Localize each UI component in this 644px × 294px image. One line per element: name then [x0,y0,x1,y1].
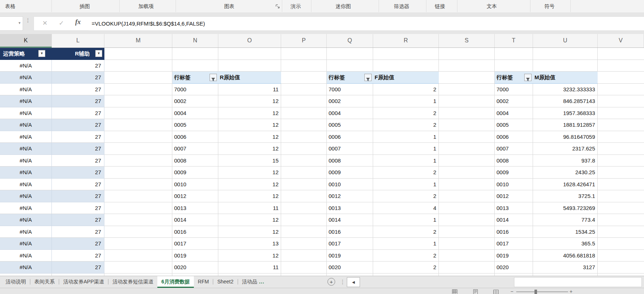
tab-overflow-icon[interactable]: ⋮ [340,279,345,285]
pivot-value-cell[interactable]: 15 [218,155,281,167]
pivot-row-label-cell[interactable]: 0010 [495,179,533,191]
page-break-view-icon[interactable] [493,289,499,294]
pivot-row-label-cell[interactable]: 0013 [172,202,218,214]
kl-helper-cell[interactable]: 27 [52,131,104,143]
pivot-row-label-cell[interactable]: 0007 [172,143,218,155]
pivot-value-cell[interactable]: 1 [373,143,439,155]
kl-error-cell[interactable]: #N/A [0,131,52,143]
pivot-row-label-cell[interactable]: 7000 [495,84,533,96]
pivot-row-label-cell[interactable]: 0005 [172,119,218,131]
pivot-value-cell[interactable]: 4 [373,202,439,214]
kl-helper-cell[interactable]: 27 [52,261,104,274]
pivot-row-label-cell[interactable]: 0009 [172,167,218,179]
kl-helper-cell[interactable]: 27 [52,155,104,167]
pivot-row-label-cell[interactable]: 0012 [327,190,373,202]
pivot-value-cell[interactable]: 12 [218,214,281,226]
dialog-launcher-icon[interactable] [276,4,280,9]
pivot-value-cell[interactable]: 11 [218,202,281,214]
kl-helper-cell[interactable]: 27 [52,60,104,72]
pivot-row-label-cell[interactable]: 0014 [172,214,218,226]
pivot-value-cell[interactable]: 2 [373,250,439,262]
pivot-row-label-cell[interactable]: 0020 [327,261,373,274]
pivot-row-label-cell[interactable]: 0004 [172,107,218,119]
sheet-grid[interactable]: 运营策略▼R辅助▼#N/A27#N/A27#N/A27#N/A27#N/A27#… [0,48,644,276]
tab-scroll-left-button[interactable]: ◀ [347,277,360,287]
kl-header-strategy-cell[interactable]: 运营策略▼ [0,48,52,60]
zoom-out-button[interactable]: − [510,289,513,294]
column-header-S[interactable]: S [439,34,495,47]
pivot-value-cell[interactable]: 11 [218,84,281,96]
pivot-value-cell[interactable]: 12 [218,190,281,202]
pivot-row-label-cell[interactable]: 0014 [495,214,533,226]
column-header-V[interactable]: V [598,34,644,47]
kl-helper-cell[interactable]: 27 [52,119,104,131]
column-header-T[interactable]: T [495,34,533,47]
pivot-value-cell[interactable]: 1 [373,131,439,143]
pivot-value-cell[interactable]: 1881.912857 [533,119,598,131]
kl-error-cell[interactable]: #N/A [0,143,52,155]
column-header-L[interactable]: L [52,34,104,47]
kl-helper-cell[interactable]: 27 [52,84,104,96]
kl-error-cell[interactable]: #N/A [0,238,52,250]
pivot-value-cell[interactable]: 3232.333333 [533,84,598,96]
pivot-row-label-cell[interactable]: 0016 [327,226,373,238]
pivot-row-label-cell[interactable]: 0017 [172,238,218,250]
pivot-row-label-cell[interactable]: 0008 [172,155,218,167]
pivot-row-label-cell[interactable]: 0013 [495,202,533,214]
column-header-U[interactable]: U [533,34,598,47]
kl-helper-cell[interactable]: 27 [52,143,104,155]
kl-error-cell[interactable]: #N/A [0,155,52,167]
pivot-row-label-cell[interactable]: 0020 [172,261,218,274]
pivot-value-cell[interactable]: 1 [373,179,439,191]
pivot-row-label-cell[interactable]: 0017 [495,238,533,250]
kl-error-cell[interactable]: #N/A [0,179,52,191]
new-sheet-button[interactable]: + [327,278,335,286]
pivot-value-cell[interactable]: 1 [373,95,439,107]
kl-helper-cell[interactable]: 27 [52,238,104,250]
zoom-slider-thumb[interactable] [534,290,537,294]
pivot-row-label[interactable]: 行标签 [329,72,345,83]
sheet-tab[interactable]: RFM [194,276,213,288]
filter-funnel-icon[interactable] [364,74,372,81]
pivot-value-cell[interactable]: 1 [373,155,439,167]
kl-helper-cell[interactable]: 27 [52,179,104,191]
kl-error-cell[interactable]: #N/A [0,60,52,72]
pivot-row-label-cell[interactable]: 0010 [172,179,218,191]
pivot-value-cell[interactable]: 1957.368333 [533,107,598,119]
horizontal-scrollbar[interactable] [514,277,642,287]
kl-error-cell[interactable]: #N/A [0,95,52,107]
column-header-M[interactable]: M [104,34,172,47]
pivot-value-cell[interactable]: 4056.681818 [533,250,598,262]
kl-error-cell[interactable]: #N/A [0,72,52,84]
filter-funnel-icon[interactable] [524,74,532,81]
pivot-value-cell[interactable]: 12 [218,143,281,155]
pivot-value-cell[interactable]: 2317.625 [533,143,598,155]
pivot-row-label-cell[interactable]: 0016 [172,226,218,238]
pivot-value-label[interactable]: R原始值 [220,72,240,83]
pivot-value-cell[interactable]: 2 [373,226,439,238]
ribbon-group-label[interactable]: 文本 [487,3,497,10]
pivot-value-cell[interactable]: 773.4 [533,214,598,226]
filter-funnel-icon[interactable] [210,74,217,81]
sheet-tab[interactable]: 表间关系 [30,276,59,288]
pivot-value-cell[interactable]: 2 [373,107,439,119]
pivot-row-label-cell[interactable]: 0006 [327,131,373,143]
pivot-value-cell[interactable]: 2 [373,261,439,274]
kl-helper-cell[interactable]: 27 [52,167,104,179]
pivot-value-cell[interactable]: 12 [218,107,281,119]
column-header-K[interactable]: K [0,34,52,47]
ribbon-group-label[interactable]: 加载项 [138,3,154,10]
pivot-row-label-cell[interactable]: 0004 [327,107,373,119]
pivot-value-cell[interactable]: 1 [373,238,439,250]
pivot-value-cell[interactable]: 937.8 [533,155,598,167]
pivot-value-cell[interactable]: 2 [373,84,439,96]
pivot-value-cell[interactable]: 846.2857143 [533,95,598,107]
pivot-row-label-cell[interactable]: 0012 [495,190,533,202]
pivot-value-cell[interactable]: 1534.25 [533,226,598,238]
pivot-value-cell[interactable]: 5493.723269 [533,202,598,214]
kl-error-cell[interactable]: #N/A [0,214,52,226]
pivot-value-cell[interactable]: 12 [218,119,281,131]
pivot-row-label-cell[interactable]: 7000 [327,84,373,96]
sheet-tab[interactable]: 活动发券APP渠道 [59,276,108,288]
pivot-value-cell[interactable]: 2 [373,190,439,202]
